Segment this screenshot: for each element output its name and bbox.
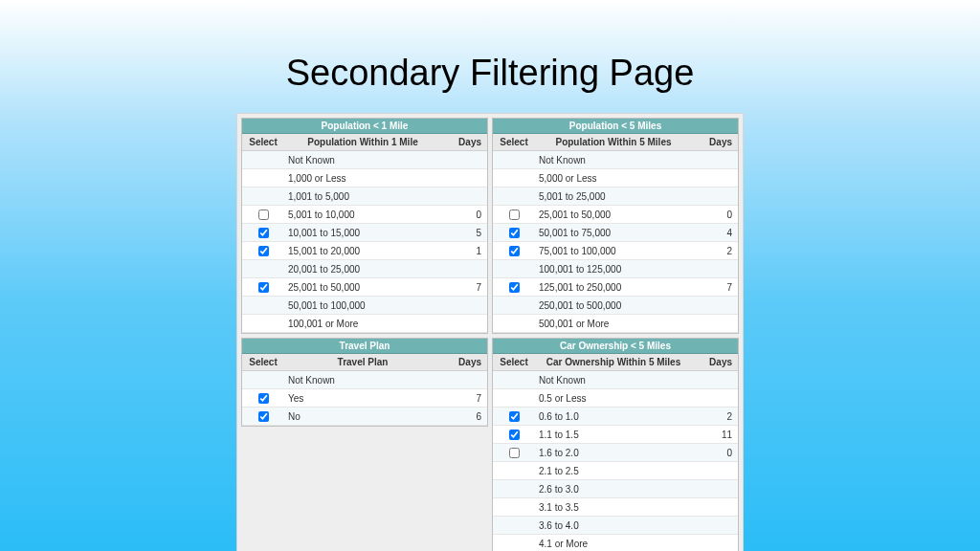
row-label: 250,001 to 500,000 — [535, 298, 692, 314]
table-row: 5,001 to 10,0000 — [242, 206, 487, 224]
row-select-cell — [242, 157, 284, 163]
row-label: No — [284, 408, 441, 425]
row-label: 25,001 to 50,000 — [284, 279, 441, 296]
row-days: 0 — [692, 207, 738, 223]
header-days: Days — [441, 134, 487, 150]
panel-title: Population < 5 Miles — [493, 119, 738, 134]
row-label: 4.1 or More — [535, 536, 692, 552]
row-label: Not Known — [284, 372, 441, 388]
panel-header: SelectPopulation Within 1 MileDays — [242, 134, 487, 151]
table-row: 1.1 to 1.511 — [493, 426, 738, 444]
header-label: Population Within 5 Miles — [535, 134, 692, 150]
row-select-cell — [242, 377, 284, 383]
row-select-cell — [493, 468, 535, 474]
row-days — [441, 377, 487, 383]
row-days — [692, 193, 738, 199]
header-label: Car Ownership Within 5 Miles — [535, 354, 692, 370]
row-select-checkbox[interactable] — [258, 393, 269, 404]
row-select-checkbox[interactable] — [258, 411, 269, 422]
header-select: Select — [242, 354, 284, 370]
row-days — [441, 193, 487, 199]
row-select-checkbox[interactable] — [258, 209, 269, 220]
row-select-checkbox[interactable] — [509, 209, 520, 220]
row-select-checkbox[interactable] — [509, 411, 520, 422]
row-days — [692, 468, 738, 474]
row-label: 1.6 to 2.0 — [535, 445, 692, 461]
row-days — [692, 320, 738, 326]
header-label: Travel Plan — [284, 354, 441, 370]
row-days: 1 — [441, 243, 487, 259]
table-row: 125,001 to 250,0007 — [493, 278, 738, 297]
panel-header: SelectPopulation Within 5 MilesDays — [493, 134, 738, 151]
table-row: 3.1 to 3.5 — [493, 498, 738, 517]
row-select-cell — [242, 390, 284, 407]
row-select-checkbox[interactable] — [509, 282, 520, 293]
row-select-cell — [493, 157, 535, 163]
panel-rows: Not Known0.5 or Less0.6 to 1.021.1 to 1.… — [493, 371, 738, 551]
table-row: 4.1 or More — [493, 535, 738, 551]
row-days — [441, 157, 487, 163]
table-row: 50,001 to 75,0004 — [493, 224, 738, 242]
row-label: 500,001 or More — [535, 316, 692, 332]
row-label: 75,001 to 100,000 — [535, 243, 692, 259]
table-row: 2.1 to 2.5 — [493, 462, 738, 480]
table-row: 250,001 to 500,000 — [493, 297, 738, 315]
row-select-cell — [493, 193, 535, 199]
row-select-checkbox[interactable] — [509, 246, 520, 256]
row-days: 5 — [441, 225, 487, 241]
panels-container: Population < 1 MileSelectPopulation With… — [236, 113, 744, 551]
panel-car5: Car Ownership < 5 MilesSelectCar Ownersh… — [492, 338, 739, 551]
row-days — [441, 266, 487, 272]
row-select-cell — [493, 225, 535, 241]
table-row: 500,001 or More — [493, 315, 738, 333]
panel-rows: Not Known5,000 or Less5,001 to 25,00025,… — [493, 151, 738, 333]
row-days — [441, 175, 487, 181]
table-row: 15,001 to 20,0001 — [242, 242, 487, 260]
row-select-cell — [493, 427, 535, 443]
row-select-cell — [493, 320, 535, 326]
row-days: 4 — [692, 225, 738, 241]
table-row: 100,001 or More — [242, 315, 487, 333]
table-row: 1,000 or Less — [242, 169, 487, 187]
row-label: 15,001 to 20,000 — [284, 243, 441, 259]
table-row: 2.6 to 3.0 — [493, 480, 738, 498]
panel-title: Car Ownership < 5 Miles — [493, 339, 738, 354]
row-select-checkbox[interactable] — [509, 430, 520, 440]
row-select-cell — [493, 445, 535, 461]
table-row: 5,001 to 25,000 — [493, 187, 738, 206]
row-select-checkbox[interactable] — [509, 228, 520, 238]
row-label: 0.6 to 1.0 — [535, 408, 692, 425]
row-select-cell — [493, 408, 535, 425]
panel-travel: Travel PlanSelectTravel PlanDaysNot Know… — [241, 338, 488, 427]
row-select-cell — [242, 320, 284, 326]
row-select-cell — [493, 207, 535, 223]
header-select: Select — [493, 354, 535, 370]
row-label: Not Known — [535, 152, 692, 168]
row-label: 1,001 to 5,000 — [284, 188, 441, 205]
row-select-checkbox[interactable] — [258, 282, 269, 293]
header-select: Select — [493, 134, 535, 150]
panel-header: SelectTravel PlanDays — [242, 354, 487, 371]
row-label: 1,000 or Less — [284, 170, 441, 187]
row-label: 5,001 to 10,000 — [284, 207, 441, 223]
panel-title: Travel Plan — [242, 339, 487, 354]
table-row: 50,001 to 100,000 — [242, 297, 487, 315]
header-days: Days — [692, 134, 738, 150]
panel-pop5: Population < 5 MilesSelectPopulation Wit… — [492, 118, 739, 334]
row-label: 50,001 to 100,000 — [284, 298, 441, 314]
row-select-checkbox[interactable] — [258, 246, 269, 256]
row-label: 1.1 to 1.5 — [535, 427, 692, 443]
row-days — [692, 486, 738, 492]
row-select-checkbox[interactable] — [258, 228, 269, 238]
table-row: Not Known — [242, 151, 487, 169]
row-days — [692, 377, 738, 383]
row-label: 3.6 to 4.0 — [535, 518, 692, 534]
row-select-cell — [493, 486, 535, 492]
row-select-checkbox[interactable] — [509, 448, 520, 458]
table-row: 1.6 to 2.00 — [493, 444, 738, 462]
header-days: Days — [692, 354, 738, 370]
row-days: 7 — [692, 279, 738, 296]
table-row: Yes7 — [242, 389, 487, 408]
panel-pop1: Population < 1 MileSelectPopulation With… — [241, 118, 488, 334]
table-row: 10,001 to 15,0005 — [242, 224, 487, 242]
